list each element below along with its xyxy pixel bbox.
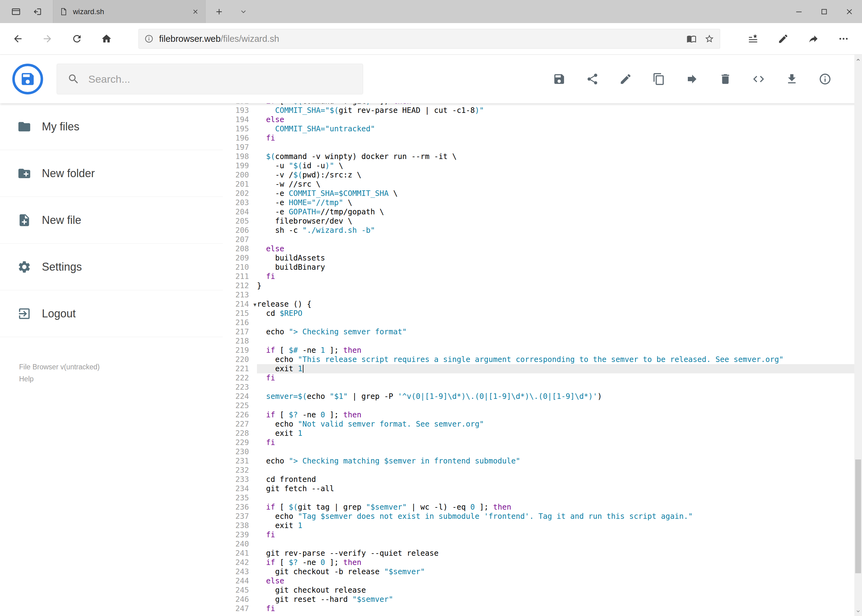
code-line[interactable]: COMMIT_SHA="untracked" (257, 124, 854, 134)
sidebar-item-new-file[interactable]: New file (0, 197, 223, 244)
copy-button[interactable] (642, 63, 676, 96)
code-line[interactable]: else (257, 244, 854, 253)
delete-button[interactable] (709, 63, 742, 96)
more-button[interactable] (829, 26, 859, 52)
web-note-button[interactable] (768, 26, 798, 52)
code-line[interactable]: fi (257, 272, 854, 281)
code-line[interactable]: -e COMMIT_SHA=$COMMIT_SHA \ (257, 189, 854, 198)
code-button[interactable] (742, 63, 775, 96)
code-line[interactable]: if [ "$(command -v git)" ]; then (257, 103, 854, 106)
set-tabs-aside-button[interactable] (32, 6, 42, 17)
code-line[interactable]: fi (257, 530, 854, 539)
sidebar-item-settings[interactable]: Settings (0, 244, 223, 290)
favorite-star-button[interactable] (704, 34, 714, 44)
sidebar-item-my-files[interactable]: My files (0, 103, 223, 150)
code-line[interactable]: fi (257, 438, 854, 447)
code-line[interactable]: exit 1 (257, 364, 854, 373)
code-line[interactable]: if [ $? -ne 0 ]; then (257, 410, 854, 420)
url-text[interactable]: filebrowser.web/files/wizard.sh (159, 34, 687, 44)
code-line[interactable]: buildBinary (257, 262, 854, 272)
code-line[interactable]: git checkout release (257, 586, 854, 595)
tabs-preview-button[interactable] (11, 6, 21, 17)
code-line[interactable]: fi (257, 134, 854, 143)
code-line[interactable]: release () { (257, 300, 854, 309)
code-line[interactable]: else (257, 115, 854, 124)
share-page-button[interactable] (798, 26, 829, 52)
sidebar-item-new-folder[interactable]: New folder (0, 150, 223, 197)
code-line[interactable]: echo "Not valid semver format. See semve… (257, 420, 854, 429)
help-link[interactable]: Help (19, 373, 223, 385)
code-line[interactable] (257, 235, 854, 244)
code-line[interactable]: git fetch --all (257, 484, 854, 493)
download-button[interactable] (775, 63, 808, 96)
code-line[interactable] (257, 401, 854, 410)
search-box[interactable] (57, 64, 363, 94)
new-tab-button[interactable] (206, 0, 233, 23)
code-line[interactable]: git checkout -b release "$semver" (257, 567, 854, 576)
code-line[interactable]: git reset --hard "$semver" (257, 595, 854, 604)
code-line[interactable] (257, 383, 854, 392)
code-line[interactable]: -u "$(id -u)" \ (257, 161, 854, 170)
home-button[interactable] (92, 26, 121, 52)
back-button[interactable] (3, 26, 33, 52)
code-line[interactable]: if [ $# -ne 1 ]; then (257, 346, 854, 355)
code-line[interactable]: if [ $? -ne 0 ]; then (257, 558, 854, 567)
browser-tab[interactable]: wizard.sh (53, 0, 206, 23)
code-line[interactable] (257, 143, 854, 152)
code-line[interactable]: COMMIT_SHA="$(git rev-parse HEAD | cut -… (257, 106, 854, 115)
code-line[interactable]: cd frontend (257, 475, 854, 484)
code-line[interactable]: else (257, 576, 854, 586)
address-bar[interactable]: filebrowser.web/files/wizard.sh (139, 29, 720, 49)
code-line[interactable]: echo "Tag $semver does not exist in subm… (257, 512, 854, 521)
code-line[interactable]: echo "> Checking matching $semver in fro… (257, 456, 854, 466)
hub-button[interactable] (738, 26, 768, 52)
code-line[interactable] (257, 318, 854, 327)
code-line[interactable] (257, 466, 854, 475)
code-line[interactable] (257, 539, 854, 548)
page-info-icon[interactable] (144, 34, 154, 43)
code-line[interactable]: cd $REPO (257, 309, 854, 318)
code-line[interactable]: filebrowser/dev \ (257, 217, 854, 226)
forward-button[interactable] (33, 26, 62, 52)
code-line[interactable]: fi (257, 373, 854, 383)
code-line[interactable]: echo "This release script requires a sin… (257, 355, 854, 364)
refresh-button[interactable] (62, 26, 92, 52)
tab-preview-toggle[interactable] (233, 0, 254, 23)
code-line[interactable]: exit 1 (257, 521, 854, 530)
code-line[interactable]: git rev-parse --verify --quiet release (257, 548, 854, 558)
search-input[interactable] (88, 73, 363, 85)
maximize-button[interactable] (812, 0, 837, 23)
code-line[interactable]: buildAssets (257, 253, 854, 262)
code-area[interactable]: if [ "$(command -v git)" ]; then COMMIT_… (257, 103, 854, 613)
code-line[interactable]: fi (257, 604, 854, 613)
code-line[interactable]: if [ $(git tag | grep "$semver" | wc -l)… (257, 503, 854, 512)
code-line[interactable]: -v /$(pwd):/src:z \ (257, 170, 854, 179)
close-window-button[interactable] (837, 0, 862, 23)
fold-marker-icon[interactable]: ▾ (253, 300, 256, 309)
code-line[interactable]: -w //src \ (257, 179, 854, 189)
scrollbar-thumb[interactable] (855, 459, 861, 573)
share-button[interactable] (576, 63, 609, 96)
scroll-down-button[interactable] (854, 606, 862, 616)
app-logo[interactable] (12, 64, 43, 94)
code-line[interactable]: sh -c "./wizard.sh -b" (257, 226, 854, 235)
code-line[interactable]: } (257, 281, 854, 290)
sidebar-item-logout[interactable]: Logout (0, 290, 223, 337)
code-line[interactable]: echo "> Checking semver format" (257, 327, 854, 336)
code-line[interactable] (257, 290, 854, 300)
reading-view-button[interactable] (687, 34, 697, 44)
rename-button[interactable] (609, 63, 642, 96)
scroll-up-button[interactable] (854, 55, 862, 64)
save-button[interactable] (542, 63, 576, 96)
code-editor[interactable]: 1921931941951961971981992002012022032042… (223, 103, 854, 616)
code-line[interactable]: -e HOME="//tmp" \ (257, 198, 854, 207)
code-line[interactable] (257, 447, 854, 456)
tab-close-button[interactable] (192, 8, 199, 16)
minimize-button[interactable] (786, 0, 812, 23)
page-scrollbar[interactable] (854, 55, 862, 616)
code-line[interactable]: exit 1 (257, 429, 854, 438)
move-button[interactable] (676, 63, 709, 96)
code-line[interactable] (257, 336, 854, 346)
code-line[interactable]: semver=$(echo "$1" | grep -P '^v(0|[1-9]… (257, 392, 854, 401)
info-button[interactable] (808, 63, 842, 96)
